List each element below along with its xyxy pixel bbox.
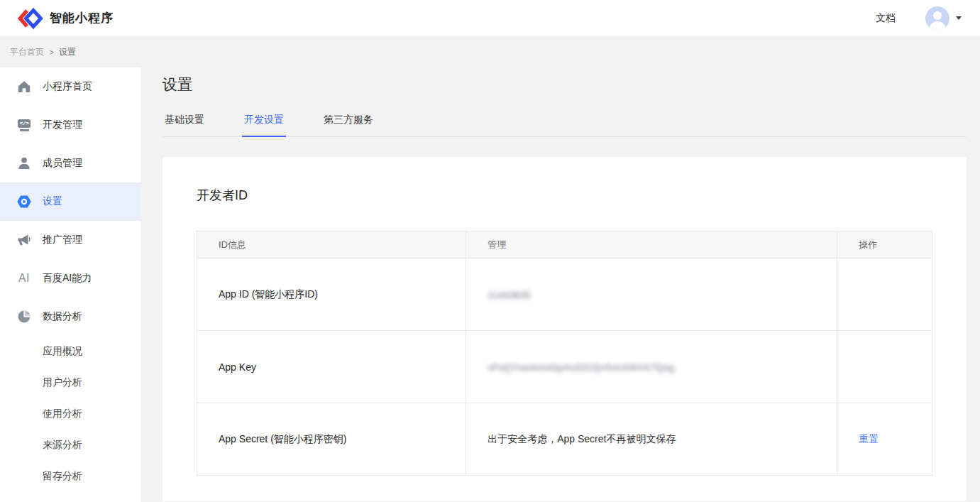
developer-id-table: ID信息 管理 操作 App ID (智能小程序ID) 11443635 App… — [197, 231, 932, 476]
chevron-down-icon[interactable] — [956, 16, 962, 20]
sidebar-subitem-user-analysis[interactable]: 用户分析 — [0, 367, 141, 398]
sidebar-item-label: 成员管理 — [43, 157, 82, 170]
app-id-label: App ID (智能小程序ID) — [197, 258, 466, 331]
brand-logo-icon — [17, 8, 43, 29]
sidebar-subitem-usage-analysis[interactable]: 使用分析 — [0, 398, 141, 430]
app-id-value-blurred: 11443635 — [488, 290, 531, 300]
sidebar-item-label: 推广管理 — [43, 234, 82, 246]
table-header-row: ID信息 管理 操作 — [197, 231, 932, 258]
settings-icon — [17, 195, 31, 209]
table-row-app-id: App ID (智能小程序ID) 11443635 — [197, 258, 932, 331]
pie-chart-icon — [17, 310, 31, 324]
sidebar-subitem-source-analysis[interactable]: 来源分析 — [0, 430, 141, 461]
docs-link[interactable]: 文档 — [876, 12, 896, 25]
card-title: 开发者ID — [197, 187, 932, 204]
app-secret-note: 出于安全考虑，App Secret不再被明文保存 — [466, 403, 837, 476]
reset-button[interactable]: 重置 — [859, 433, 879, 444]
breadcrumb: 平台首页 > 设置 — [0, 37, 980, 67]
table-row-app-secret: App Secret (智能小程序密钥) 出于安全考虑，App Secret不再… — [197, 403, 932, 476]
column-header-action: 操作 — [837, 231, 932, 258]
member-icon — [17, 156, 31, 170]
sidebar: 小程序首页 </> 开发管理 成员管理 — [0, 67, 141, 502]
sidebar-item-home[interactable]: 小程序首页 — [0, 67, 141, 106]
sidebar-item-label: 开发管理 — [43, 119, 82, 131]
sidebar-item-label: 小程序首页 — [43, 80, 92, 93]
sidebar-item-data-analysis[interactable]: 数据分析 — [0, 298, 141, 336]
app-key-action-cell — [837, 331, 932, 403]
app-id-action-cell — [837, 258, 932, 331]
sidebar-subitem-retention-analysis[interactable]: 留存分析 — [0, 461, 141, 492]
developer-id-card: 开发者ID ID信息 管理 操作 App ID (智能小程序ID) 114436… — [163, 157, 967, 501]
column-header-manage: 管理 — [466, 231, 837, 258]
app-key-label: App Key — [197, 331, 466, 403]
sidebar-subitem-app-overview[interactable]: 应用概况 — [0, 336, 141, 367]
sidebar-item-baidu-ai[interactable]: AI 百度AI能力 — [0, 259, 141, 298]
page-title: 设置 — [163, 75, 967, 94]
tab-dev-settings[interactable]: 开发设置 — [242, 114, 286, 137]
tab-bar: 基础设置 开发设置 第三方服务 — [163, 114, 967, 137]
ai-icon: AI — [17, 271, 31, 285]
sidebar-item-promotion[interactable]: 推广管理 — [0, 221, 141, 259]
breadcrumb-home[interactable]: 平台首页 — [10, 46, 44, 58]
sidebar-item-settings[interactable]: 设置 — [0, 182, 141, 221]
megaphone-icon — [17, 233, 31, 247]
user-menu[interactable] — [925, 6, 962, 31]
breadcrumb-separator: > — [49, 48, 54, 58]
brand: 智能小程序 — [17, 8, 114, 29]
top-bar: 智能小程序 文档 — [0, 0, 980, 37]
main-content: 设置 基础设置 开发设置 第三方服务 开发者ID ID信息 管理 操作 App … — [141, 67, 980, 502]
table-row-app-key: App Key sFsQ7nwshmtGpAs32CQnSxUGKhX7Qsg. — [197, 331, 932, 403]
sidebar-item-label: 设置 — [43, 195, 62, 208]
app-key-value-blurred: sFsQ7nwshmtGpAs32CQnSxUGKhX7Qsg. — [488, 362, 677, 373]
tab-basic-settings[interactable]: 基础设置 — [163, 114, 207, 137]
home-icon — [17, 80, 31, 94]
breadcrumb-current: 设置 — [59, 46, 76, 58]
tab-third-party[interactable]: 第三方服务 — [321, 114, 375, 137]
sidebar-item-dev-manage[interactable]: </> 开发管理 — [0, 106, 141, 144]
sidebar-item-members[interactable]: 成员管理 — [0, 144, 141, 182]
brand-title: 智能小程序 — [50, 10, 114, 26]
sidebar-item-label: 百度AI能力 — [43, 272, 92, 285]
sidebar-item-label: 数据分析 — [43, 310, 82, 323]
column-header-id-info: ID信息 — [197, 231, 466, 258]
app-secret-label: App Secret (智能小程序密钥) — [197, 403, 466, 476]
avatar[interactable] — [925, 6, 949, 31]
code-icon: </> — [17, 118, 31, 132]
